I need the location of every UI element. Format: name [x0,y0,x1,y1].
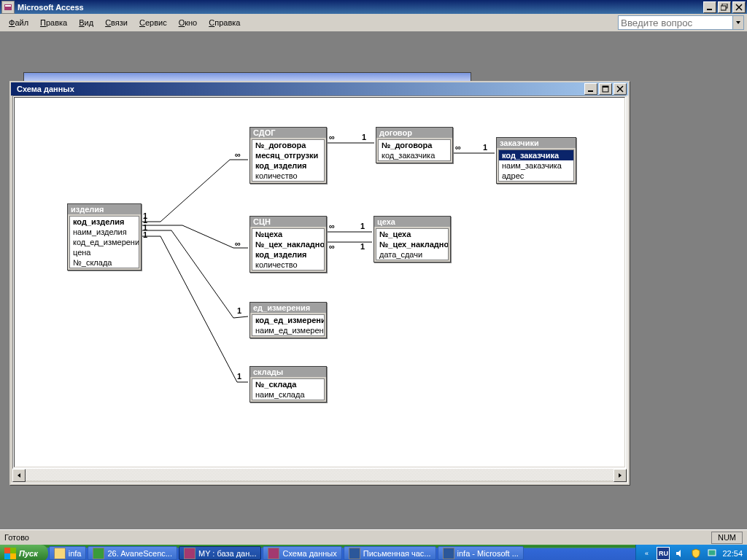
table-izdeliya[interactable]: изделиякод_изделиянаим_изделиякод_ед_изм… [67,203,142,271]
field[interactable]: №_склада [70,257,139,268]
field[interactable]: код_изделия [252,160,324,171]
field[interactable]: адрес [499,171,573,181]
tray-shield-icon[interactable] [690,548,702,559]
tray-icon-1[interactable]: « [640,548,652,559]
menu-tools[interactable]: Сервис [133,17,173,28]
table-dogovor[interactable]: договор№_договоракод_заказчика [376,127,453,163]
system-tray: « RU 22:54 [635,545,747,560]
svg-rect-8 [708,550,716,556]
child-minimize-button[interactable] [584,83,597,95]
table-title: СДОГ [250,128,326,138]
cardinality-label: ∞ [329,222,335,230]
field[interactable]: №_цех_накладной [252,239,324,249]
field[interactable]: №_цех_накладной [376,239,448,249]
cardinality-label: 1 [237,306,241,315]
child-maximize-button[interactable] [599,83,612,95]
statusbar: Готово NUM [0,529,747,545]
app-close-button[interactable] [732,1,746,13]
table-zakazchiki[interactable]: заказчикикод_заказчиканаим_заказчикаадре… [496,137,576,184]
access-icon [184,548,196,559]
menubar: Файл Правка Вид Связи Сервис Окно Справк… [0,14,747,32]
status-ready: Готово [4,533,708,542]
cardinality-label: 1 [143,230,147,239]
field[interactable]: код_изделия [70,217,139,227]
scroll-left-button[interactable] [12,469,26,482]
app-minimize-button[interactable] [703,1,716,13]
svg-rect-4 [721,6,726,10]
field[interactable]: месяц_отгрузки [252,150,324,160]
start-button[interactable]: Пуск [0,545,48,560]
taskbar-button[interactable]: Схема данных [263,546,341,560]
taskbar-button[interactable]: MY : база дан... [179,546,262,560]
taskbar-button[interactable]: 26. AvaneScenc... [88,546,177,560]
cardinality-label: ∞ [329,242,335,251]
app-title: Microsoft Access [18,3,703,12]
table-title: ед_измерения [250,303,326,313]
taskbar: Пуск infa26. AvaneScenc...MY : база дан.… [0,545,747,560]
tray-monitor-icon[interactable] [706,548,718,559]
menu-relations[interactable]: Связи [99,17,133,28]
scroll-track[interactable] [26,469,614,481]
taskbar-clock[interactable]: 22:54 [722,549,743,558]
cardinality-label: ∞ [235,150,241,159]
table-ceha[interactable]: цеха№_цеха№_цех_накладнойдата_сдачи [374,216,451,262]
table-title: договор [376,128,452,138]
field[interactable]: код_ед_измерения [70,237,139,247]
field[interactable]: №цеха [252,229,324,239]
tray-volume-icon[interactable] [674,548,686,559]
table-sdog[interactable]: СДОГ№_договорамесяц_отгрузкикод_изделияк… [249,127,327,184]
cardinality-label: 1 [360,242,365,251]
field[interactable]: цена [70,247,139,257]
menu-view[interactable]: Вид [73,17,99,28]
table-title: заказчики [497,138,576,148]
table-scn[interactable]: СЦН№цеха№_цех_накладнойкод_изделияколиче… [249,216,327,273]
table-sklady[interactable]: склады№_складанаим_склада [249,366,327,402]
taskbar-button[interactable]: infa - Microsoft ... [438,546,524,560]
app-restore-button[interactable] [718,1,731,13]
horizontal-scrollbar[interactable] [12,469,627,481]
cardinality-label: 1 [237,372,241,381]
menu-file[interactable]: Файл [3,17,34,28]
table-ed_izm[interactable]: ед_измерениякод_ед_измерениянаим_ед_изме… [249,302,327,338]
word-icon [443,548,454,559]
field[interactable]: количество [252,260,324,270]
menu-window[interactable]: Окно [173,17,204,28]
language-indicator[interactable]: RU [657,547,670,560]
field[interactable]: №_склада [252,379,324,389]
cardinality-label: ∞ [455,143,461,152]
child-close-button[interactable] [614,83,627,95]
table-title: цеха [374,217,450,227]
child-titlebar[interactable]: Схема данных [11,82,628,96]
field[interactable]: наим_заказчика [499,160,573,171]
field[interactable]: №_договора [379,140,450,150]
field[interactable]: №_цеха [376,229,448,239]
field[interactable]: количество [252,171,324,181]
child-title: Схема данных [17,85,74,93]
taskbar-button[interactable]: infa [49,546,87,560]
field[interactable]: код_заказчика [499,150,573,160]
svg-rect-2 [707,9,712,10]
field[interactable]: код_ед_измерения [252,315,324,325]
cardinality-label: ∞ [235,239,241,248]
taskbar-button[interactable]: Письменная час... [344,546,436,560]
cardinality-label: 1 [483,143,487,152]
field[interactable]: наим_склада [252,389,324,400]
field[interactable]: наим_изделия [70,227,139,237]
svg-rect-7 [603,86,608,88]
field[interactable]: код_заказчика [379,150,450,160]
help-search-input[interactable] [618,15,733,30]
menu-help[interactable]: Справка [203,17,246,28]
table-title: склады [250,367,326,377]
field[interactable]: код_изделия [252,249,324,260]
field[interactable]: дата_сдачи [376,249,448,260]
windows-logo-icon [4,548,16,559]
menu-edit[interactable]: Правка [34,17,73,28]
relationships-canvas[interactable]: изделиякод_изделиянаим_изделиякод_ед_изм… [15,98,624,467]
relationships-window: Схема данных изделиякод_изделиянаим_изде… [9,81,630,485]
help-dropdown-icon[interactable] [733,15,744,30]
app-titlebar: Microsoft Access [0,0,747,14]
wmp-icon [93,548,104,559]
field[interactable]: №_договора [252,140,324,150]
scroll-right-button[interactable] [614,469,627,482]
field[interactable]: наим_ед_измерения [252,325,324,335]
